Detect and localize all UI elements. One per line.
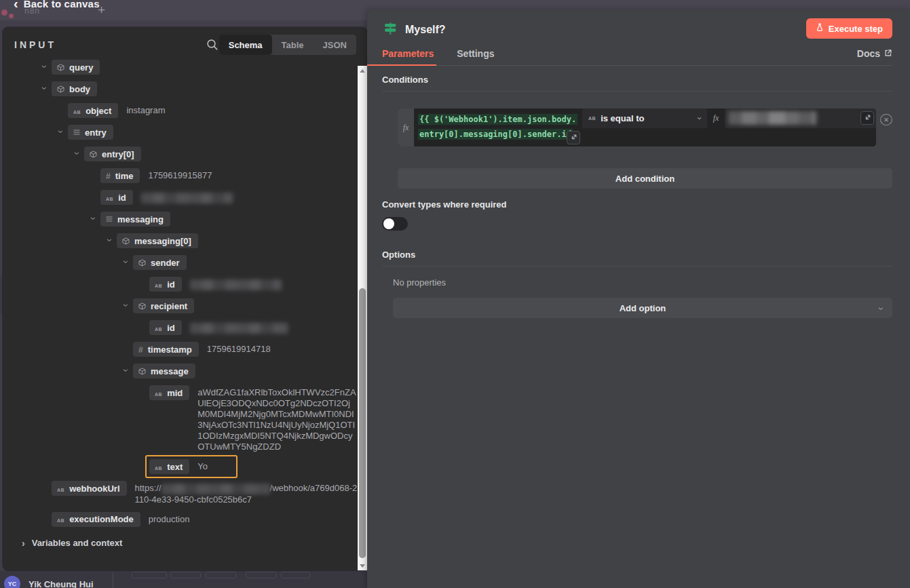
object-cube-icon <box>90 151 97 158</box>
schema-value <box>190 320 288 334</box>
options-heading: Options <box>382 250 892 260</box>
chevron-down-icon[interactable]: › <box>40 65 50 68</box>
node-title[interactable]: Myself? <box>405 24 446 36</box>
chevron-down-icon[interactable]: › <box>121 304 131 307</box>
node-tabs: Parameters Settings Docs <box>382 48 892 66</box>
schema-key-pill[interactable]: AB webhookUrl <box>52 481 127 496</box>
schema-tree-row[interactable]: › recipient <box>3 298 358 313</box>
chevron-down-icon[interactable]: › <box>105 239 115 242</box>
chevron-down-icon[interactable]: › <box>56 130 66 134</box>
schema-tree-row[interactable]: › messaging <box>3 212 358 227</box>
schema-tree-row[interactable]: › AB id <box>3 320 358 335</box>
schema-key-pill[interactable]: recipient <box>133 298 194 313</box>
view-tab-json[interactable]: JSON <box>314 35 356 55</box>
object-cube-icon <box>138 368 146 375</box>
schema-tree-row[interactable]: › AB webhookUrl https:///webhook/a769d06… <box>3 481 358 505</box>
external-link-icon <box>884 48 892 59</box>
redacted-value <box>190 323 288 334</box>
chevron-right-icon: › <box>22 538 25 549</box>
schema-key-label: timestamp <box>148 345 192 355</box>
schema-value: https:///webhook/a769d068-2110-4e33-9450… <box>135 481 358 505</box>
schema-tree-row[interactable]: › AB mid aWdfZAG1faXRlbToxOklHTWVzc2FnZA… <box>3 385 358 452</box>
schema-key-pill[interactable]: message <box>133 364 195 378</box>
condition-left-expression-field[interactable]: {{ $('Webhook1').item.json.body.entry[0]… <box>414 109 582 146</box>
object-cube-icon <box>138 259 146 267</box>
variables-and-context-toggle[interactable]: ›Variables and context <box>22 538 358 549</box>
docs-link[interactable]: Docs <box>857 48 892 59</box>
schema-tree-row[interactable]: › entry[0] <box>3 146 358 161</box>
canvas-artifact <box>206 572 236 579</box>
schema-tree-row[interactable]: › sender <box>3 255 358 270</box>
schema-key-pill[interactable]: body <box>52 81 97 96</box>
schema-tree-row[interactable]: › query <box>3 60 358 75</box>
tab-settings[interactable]: Settings <box>457 48 494 59</box>
chevron-down-icon[interactable]: › <box>121 369 131 372</box>
schema-value <box>190 277 282 290</box>
schema-key-label: entry <box>85 128 107 138</box>
schema-key-pill[interactable]: query <box>52 60 100 75</box>
chevron-down-icon[interactable]: › <box>40 87 50 90</box>
schema-key-label: id <box>167 279 175 290</box>
schema-tree-row[interactable]: › # timestamp 1759619914718 <box>3 342 358 357</box>
chevron-down-icon[interactable]: › <box>121 260 131 264</box>
execute-step-button[interactable]: Execute step <box>806 18 892 39</box>
scrollbar-thumb[interactable] <box>359 288 366 558</box>
schema-key-pill[interactable]: AB mid <box>149 385 189 400</box>
user-menu[interactable]: YC Yik Cheung Hui <box>4 576 94 588</box>
open-expression-editor-icon[interactable] <box>860 111 874 125</box>
expression-value[interactable]: {{ $('Webhook1').item.json.body.entry[0]… <box>418 114 577 140</box>
scroll-down-arrow[interactable] <box>358 561 367 570</box>
schema-key-label: mid <box>167 388 183 398</box>
schema-key-label: executionMode <box>69 514 134 524</box>
user-name: Yik Cheung Hui <box>29 579 94 588</box>
schema-key-pill[interactable]: AB executionMode <box>52 512 140 527</box>
string-type-icon: AB <box>155 466 162 471</box>
schema-tree-row[interactable]: › AB object instagram <box>3 103 358 118</box>
schema-tree-row[interactable]: › entry <box>3 125 358 140</box>
new-tab-button[interactable]: + <box>98 3 105 18</box>
add-option-button[interactable]: Add option <box>393 298 892 318</box>
schema-key-pill[interactable]: sender <box>133 255 187 270</box>
schema-tree-row[interactable]: › # time 1759619915877 <box>3 168 358 183</box>
schema-key-pill[interactable]: messaging <box>100 212 170 227</box>
schema-key-label: entry[0] <box>102 149 134 159</box>
schema-key-pill[interactable]: AB object <box>68 103 118 118</box>
remove-condition-button[interactable]: ✕ <box>880 114 892 125</box>
chevron-down-icon[interactable]: › <box>89 217 98 220</box>
scrollbar[interactable] <box>358 66 367 570</box>
schema-key-pill[interactable]: messaging[0] <box>117 233 198 248</box>
operator-select[interactable]: AB is equal to › <box>582 109 707 128</box>
add-condition-button[interactable]: Add condition <box>398 168 892 189</box>
schema-key-pill[interactable]: AB id <box>100 190 133 205</box>
schema-tree-row[interactable]: › AB id <box>3 190 358 205</box>
view-tab-schema[interactable]: Schema <box>219 35 272 55</box>
condition-right-value-field[interactable] <box>725 109 876 128</box>
schema-tree-row[interactable]: › AB id <box>3 277 358 292</box>
string-type-icon: AB <box>155 283 162 288</box>
schema-tree-row[interactable]: › message <box>3 364 358 378</box>
schema-key-pill[interactable]: AB text <box>149 459 189 474</box>
schema-tree-row[interactable]: › AB text Yo <box>3 459 358 474</box>
tab-parameters[interactable]: Parameters <box>382 48 434 59</box>
schema-tree-row[interactable]: › body <box>3 81 358 96</box>
view-tab-table[interactable]: Table <box>272 35 314 55</box>
schema-key-pill[interactable]: # timestamp <box>133 342 199 357</box>
expression-mode-gutter[interactable]: fx <box>398 109 414 146</box>
schema-key-pill[interactable]: entry <box>68 125 113 140</box>
chevron-down-icon[interactable]: › <box>73 152 82 155</box>
avatar: YC <box>4 576 20 588</box>
flask-icon <box>816 23 824 34</box>
open-expression-editor-icon[interactable] <box>567 131 580 144</box>
scroll-up-arrow[interactable] <box>358 66 367 75</box>
schema-key-label: query <box>69 62 93 73</box>
convert-types-toggle[interactable] <box>382 217 408 231</box>
schema-key-pill[interactable]: AB id <box>149 277 182 292</box>
schema-key-pill[interactable]: AB id <box>149 320 182 335</box>
schema-key-pill[interactable]: entry[0] <box>84 146 141 161</box>
canvas-bottom-strip: YC Yik Cheung Hui <box>0 570 367 588</box>
schema-tree-row[interactable]: › AB executionMode production <box>3 512 358 527</box>
search-icon[interactable] <box>206 39 219 51</box>
schema-key-pill[interactable]: # time <box>100 168 140 183</box>
back-to-canvas-button[interactable]: ‹ Back to canvas <box>14 0 100 10</box>
schema-tree-row[interactable]: › messaging[0] <box>3 233 358 248</box>
